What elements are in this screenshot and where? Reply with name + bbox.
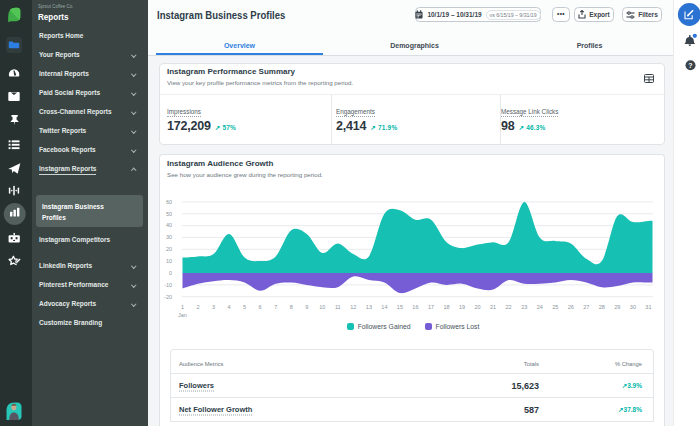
svg-text:29: 29: [614, 304, 620, 310]
svg-text:16: 16: [412, 304, 418, 310]
svg-text:15: 15: [397, 304, 403, 310]
svg-text:24: 24: [537, 304, 543, 310]
svg-text:11: 11: [335, 304, 341, 310]
svg-text:1: 1: [181, 304, 184, 310]
svg-text:19: 19: [459, 304, 465, 310]
svg-text:-10: -10: [164, 282, 172, 288]
svg-text:31: 31: [645, 304, 651, 310]
svg-text:10: 10: [166, 258, 172, 264]
svg-text:9: 9: [305, 304, 308, 310]
svg-text:23: 23: [521, 304, 527, 310]
svg-text:40: 40: [166, 222, 172, 228]
svg-text:8: 8: [290, 304, 293, 310]
svg-text:7: 7: [274, 304, 277, 310]
svg-text:22: 22: [506, 304, 512, 310]
svg-text:0: 0: [169, 270, 172, 276]
svg-text:50: 50: [166, 211, 172, 217]
svg-text:5: 5: [243, 304, 246, 310]
svg-text:21: 21: [490, 304, 496, 310]
svg-text:13: 13: [366, 304, 372, 310]
svg-text:30: 30: [166, 234, 172, 240]
svg-text:2: 2: [196, 304, 199, 310]
svg-text:18: 18: [443, 304, 449, 310]
svg-text:12: 12: [350, 304, 356, 310]
svg-text:60: 60: [166, 199, 172, 205]
svg-text:Jan: Jan: [178, 312, 187, 318]
svg-text:10: 10: [319, 304, 325, 310]
svg-text:20: 20: [475, 304, 481, 310]
svg-text:27: 27: [583, 304, 589, 310]
svg-text:25: 25: [552, 304, 558, 310]
svg-text:6: 6: [259, 304, 262, 310]
svg-text:3: 3: [212, 304, 215, 310]
svg-text:20: 20: [166, 246, 172, 252]
svg-text:28: 28: [599, 304, 605, 310]
svg-text:-20: -20: [164, 294, 172, 300]
svg-text:26: 26: [568, 304, 574, 310]
svg-text:14: 14: [381, 304, 387, 310]
svg-text:4: 4: [228, 304, 231, 310]
svg-text:30: 30: [630, 304, 636, 310]
svg-text:17: 17: [428, 304, 434, 310]
